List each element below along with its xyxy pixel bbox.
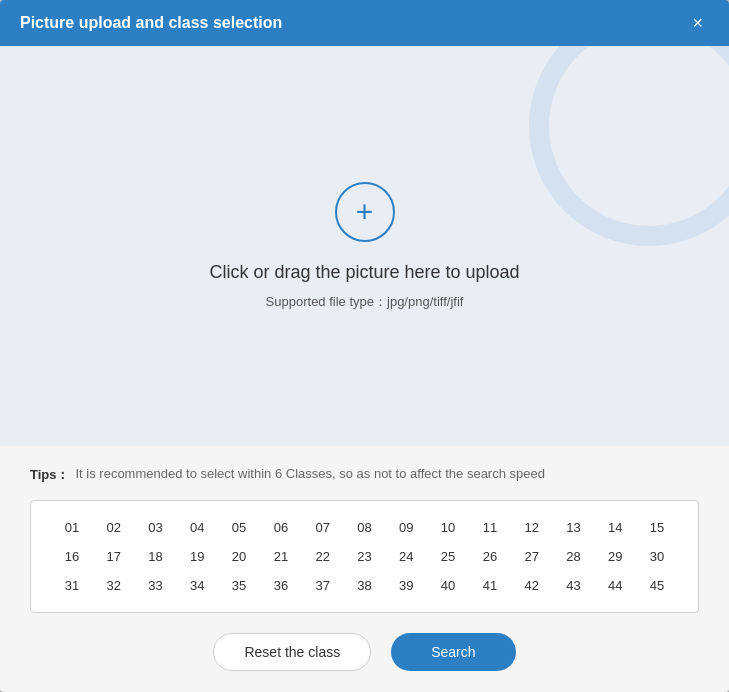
class-item[interactable]: 37 <box>302 575 344 596</box>
file-type-label: Supported file type： <box>266 294 387 309</box>
class-grid: 0102030405060708091011121314151617181920… <box>51 517 678 596</box>
class-item[interactable]: 14 <box>594 517 636 538</box>
class-grid-container: 0102030405060708091011121314151617181920… <box>30 500 699 613</box>
class-item[interactable]: 39 <box>385 575 427 596</box>
file-type-value: jpg/png/tiff/jfif <box>387 294 463 309</box>
class-item[interactable]: 29 <box>594 546 636 567</box>
class-item[interactable]: 16 <box>51 546 93 567</box>
class-item[interactable]: 38 <box>344 575 386 596</box>
class-item[interactable]: 19 <box>176 546 218 567</box>
tips-text: It is recommended to select within 6 Cla… <box>76 466 545 481</box>
class-item[interactable]: 13 <box>553 517 595 538</box>
bottom-section: Tips： It is recommended to select within… <box>0 446 729 691</box>
class-item[interactable]: 20 <box>218 546 260 567</box>
plus-icon: + <box>335 182 395 242</box>
class-item[interactable]: 41 <box>469 575 511 596</box>
class-item[interactable]: 35 <box>218 575 260 596</box>
class-item[interactable]: 31 <box>51 575 93 596</box>
class-item[interactable]: 24 <box>385 546 427 567</box>
class-item[interactable]: 30 <box>636 546 678 567</box>
close-button[interactable]: × <box>686 12 709 34</box>
class-item[interactable]: 04 <box>176 517 218 538</box>
modal-title: Picture upload and class selection <box>20 14 282 32</box>
class-item[interactable]: 26 <box>469 546 511 567</box>
modal-header: Picture upload and class selection × <box>0 0 729 46</box>
class-item[interactable]: 27 <box>511 546 553 567</box>
class-item[interactable]: 02 <box>93 517 135 538</box>
class-item[interactable]: 43 <box>553 575 595 596</box>
class-item[interactable]: 42 <box>511 575 553 596</box>
class-item[interactable]: 36 <box>260 575 302 596</box>
class-item[interactable]: 15 <box>636 517 678 538</box>
class-item[interactable]: 11 <box>469 517 511 538</box>
class-item[interactable]: 06 <box>260 517 302 538</box>
tips-label: Tips： <box>30 466 70 484</box>
class-item[interactable]: 33 <box>135 575 177 596</box>
class-item[interactable]: 40 <box>427 575 469 596</box>
button-row: Reset the class Search <box>30 633 699 671</box>
upload-area[interactable]: + Click or drag the picture here to uplo… <box>0 46 729 446</box>
class-item[interactable]: 44 <box>594 575 636 596</box>
class-item[interactable]: 17 <box>93 546 135 567</box>
class-item[interactable]: 21 <box>260 546 302 567</box>
upload-sub-text: Supported file type：jpg/png/tiff/jfif <box>266 293 464 311</box>
class-item[interactable]: 18 <box>135 546 177 567</box>
class-item[interactable]: 25 <box>427 546 469 567</box>
class-item[interactable]: 03 <box>135 517 177 538</box>
modal-dialog: Picture upload and class selection × + C… <box>0 0 729 692</box>
upload-main-text: Click or drag the picture here to upload <box>209 262 519 283</box>
class-item[interactable]: 28 <box>553 546 595 567</box>
class-item[interactable]: 08 <box>344 517 386 538</box>
class-item[interactable]: 22 <box>302 546 344 567</box>
class-item[interactable]: 34 <box>176 575 218 596</box>
class-item[interactable]: 23 <box>344 546 386 567</box>
class-item[interactable]: 45 <box>636 575 678 596</box>
class-item[interactable]: 09 <box>385 517 427 538</box>
class-item[interactable]: 01 <box>51 517 93 538</box>
class-item[interactable]: 05 <box>218 517 260 538</box>
class-item[interactable]: 32 <box>93 575 135 596</box>
class-item[interactable]: 12 <box>511 517 553 538</box>
reset-button[interactable]: Reset the class <box>213 633 371 671</box>
search-button[interactable]: Search <box>391 633 515 671</box>
class-item[interactable]: 07 <box>302 517 344 538</box>
tips-row: Tips： It is recommended to select within… <box>30 466 699 484</box>
class-item[interactable]: 10 <box>427 517 469 538</box>
